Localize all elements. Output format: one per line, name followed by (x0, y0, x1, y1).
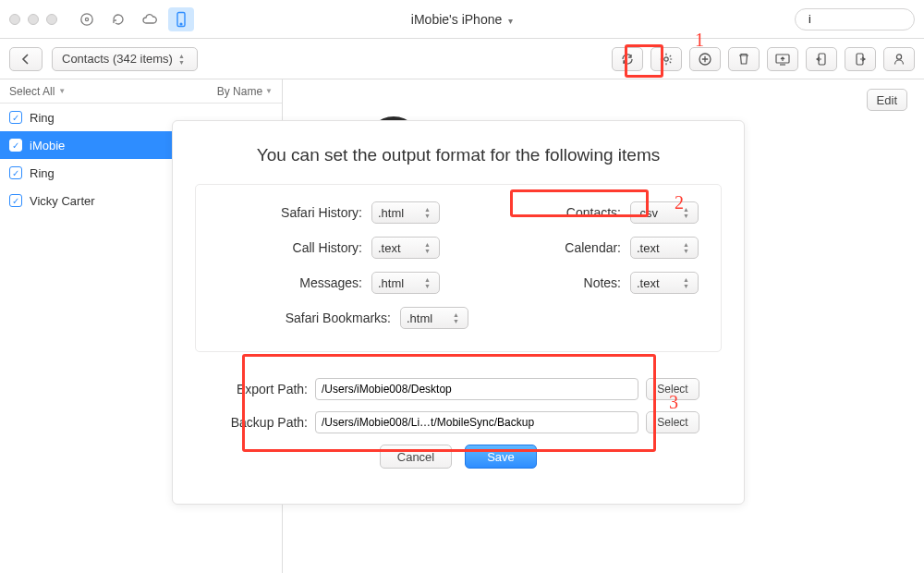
delete-button[interactable] (728, 47, 760, 71)
category-dropdown[interactable]: Contacts (342 items) ▲▼ (52, 47, 198, 71)
format-label: Call History: (293, 240, 362, 255)
zoom-dot[interactable] (46, 14, 57, 25)
sort-label[interactable]: By Name (217, 85, 262, 98)
format-item-safari-bookmarks: Safari Bookmarks: .html ▲▼ (218, 307, 699, 329)
format-group: Safari History: .html ▲▼ Contacts: .csv … (195, 184, 722, 352)
to-phone-right-icon (854, 52, 867, 67)
stepper-icon: ▲▼ (424, 275, 433, 290)
format-item-safari-history: Safari History: .html ▲▼ (218, 201, 440, 224)
format-item-calendar: Calendar: .text ▲▼ (477, 237, 699, 259)
window-controls (9, 14, 57, 25)
format-label: Safari History: (281, 205, 362, 220)
stepper-icon: ▲▼ (683, 240, 692, 255)
stepper-icon: ▲▼ (424, 240, 433, 255)
format-item-call-history: Call History: .text ▲▼ (218, 237, 440, 259)
contact-name: Ring (30, 166, 55, 180)
backup-path-input[interactable] (315, 411, 638, 433)
refresh-icon (620, 52, 635, 67)
titlebar: iMobie's iPhone ▾ ✕ (0, 0, 924, 39)
refresh-button[interactable] (612, 47, 643, 71)
format-value: .csv (637, 206, 658, 220)
save-button[interactable]: Save (465, 445, 537, 469)
stepper-icon: ▲▼ (683, 275, 692, 290)
chevron-left-icon (21, 54, 30, 65)
format-select[interactable]: .html ▲▼ (371, 272, 440, 294)
caret-down-icon: ▼ (265, 87, 273, 95)
backup-tab-icon[interactable] (105, 7, 131, 31)
format-select[interactable]: .html ▲▼ (400, 307, 468, 329)
to-device-button[interactable] (806, 47, 837, 71)
format-select[interactable]: .text ▲▼ (371, 237, 440, 259)
output-format-dialog: You can set the output format for the fo… (172, 120, 745, 505)
from-device-button[interactable] (845, 47, 876, 71)
svg-point-3 (180, 23, 182, 25)
dialog-title: You can set the output format for the fo… (195, 145, 722, 165)
format-value: .text (637, 241, 660, 255)
format-select[interactable]: .text ▲▼ (630, 272, 699, 294)
checkbox-icon[interactable]: ✓ (9, 139, 22, 152)
cloud-tab-icon[interactable] (137, 7, 163, 31)
search-box[interactable]: ✕ (795, 8, 915, 30)
minimize-dot[interactable] (28, 14, 39, 25)
edit-button[interactable]: Edit (867, 89, 907, 111)
format-item-contacts: Contacts: .csv ▲▼ (477, 201, 699, 224)
checkbox-icon[interactable]: ✓ (9, 111, 22, 124)
svg-point-11 (896, 54, 901, 58)
format-select[interactable]: .text ▲▼ (630, 237, 699, 259)
sidebar-header: Select All ▼ By Name ▼ (0, 79, 282, 104)
save-label: Save (487, 450, 515, 464)
select-label: Select (657, 383, 687, 396)
svg-point-1 (85, 18, 88, 20)
format-select[interactable]: .csv ▲▼ (630, 201, 699, 224)
cancel-label: Cancel (397, 450, 434, 464)
add-button[interactable] (689, 47, 721, 71)
svg-point-0 (81, 13, 92, 24)
export-path-row: Export Path: Select (217, 378, 699, 400)
backup-path-label: Backup Path: (217, 415, 308, 430)
music-tab-icon[interactable] (74, 7, 100, 31)
backup-path-select-button[interactable]: Select (646, 411, 699, 433)
plus-circle-icon (698, 52, 712, 67)
person-icon (892, 52, 906, 67)
contact-name: Ring (30, 111, 55, 125)
device-tabs (74, 7, 194, 31)
format-select[interactable]: .html ▲▼ (371, 201, 440, 224)
contact-name: iMobie (30, 139, 65, 152)
back-button[interactable] (9, 47, 43, 71)
trash-icon (737, 52, 750, 67)
format-label: Contacts: (566, 205, 621, 220)
format-value: .html (378, 276, 404, 290)
checkbox-icon[interactable]: ✓ (9, 166, 22, 179)
export-path-label: Export Path: (217, 382, 308, 396)
cancel-button[interactable]: Cancel (380, 445, 452, 469)
settings-button[interactable] (650, 47, 682, 71)
format-label: Safari Bookmarks: (275, 311, 391, 325)
to-computer-icon (774, 53, 791, 66)
checkbox-icon[interactable]: ✓ (9, 194, 22, 207)
dialog-buttons: Cancel Save (217, 445, 699, 469)
phone-tab-icon[interactable] (168, 7, 194, 31)
format-value: .text (637, 276, 660, 290)
device-name: iMobie's iPhone (411, 12, 502, 27)
select-label: Select (657, 416, 687, 429)
stepper-icon: ▲▼ (683, 205, 692, 220)
export-path-select-button[interactable]: Select (646, 378, 699, 400)
stepper-icon: ▲▼ (453, 311, 462, 325)
export-to-mac-button[interactable] (767, 47, 798, 71)
toolbar: Contacts (342 items) ▲▼ (0, 39, 924, 79)
format-label: Notes: (584, 275, 621, 290)
format-item-notes: Notes: .text ▲▼ (477, 272, 699, 294)
merge-contacts-button[interactable] (883, 47, 915, 71)
format-label: Calendar: (565, 240, 621, 255)
export-path-input[interactable] (315, 378, 638, 400)
stepper-icon: ▲▼ (178, 52, 188, 67)
to-phone-left-icon (815, 52, 828, 67)
category-label: Contacts (342 items) (62, 52, 173, 66)
gear-icon (659, 52, 674, 67)
select-all-label[interactable]: Select All (9, 85, 55, 98)
format-item-messages: Messages: .html ▲▼ (218, 272, 440, 294)
svg-point-6 (664, 56, 668, 60)
close-dot[interactable] (9, 14, 20, 25)
search-input[interactable] (808, 13, 924, 26)
format-value: .html (378, 206, 404, 220)
